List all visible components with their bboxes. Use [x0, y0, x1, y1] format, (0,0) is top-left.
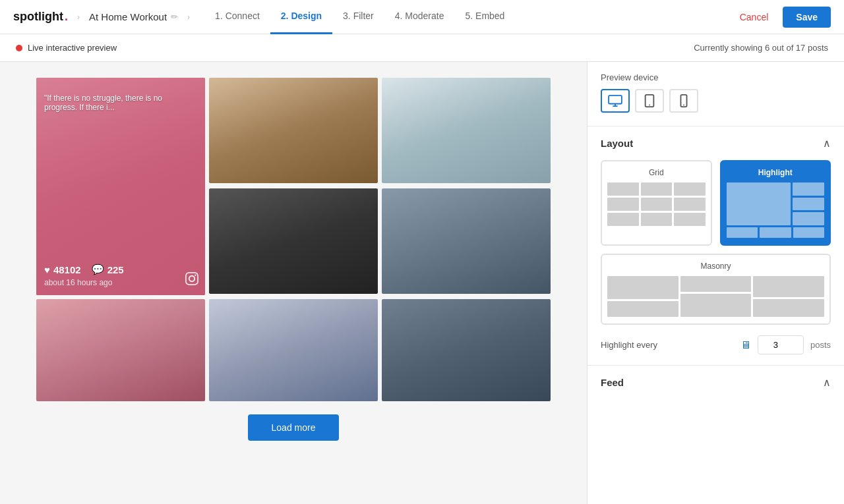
- masonry-label: Masonry: [607, 262, 824, 271]
- hero-time: about 16 hours ago: [44, 278, 197, 287]
- hero-overlay: "If there is no struggle, there is no pr…: [36, 78, 205, 295]
- highlight-bottom-cell: [727, 227, 758, 238]
- step-filter[interactable]: 3. Filter: [332, 0, 384, 34]
- masonry-cell: [753, 299, 824, 317]
- highlight-every-label: Highlight every: [601, 340, 734, 350]
- grid-cell: [674, 213, 706, 226]
- layout-title: Layout: [601, 138, 633, 149]
- post-count: Currently showing 6 out of 17 posts: [694, 43, 828, 53]
- masonry-preview: [607, 276, 824, 317]
- logo: spotlight.: [13, 10, 68, 24]
- breadcrumb-title: At Home Workout ✏: [89, 11, 178, 22]
- device-buttons: [601, 89, 831, 113]
- layout-section: Layout ∧ Grid: [588, 126, 844, 366]
- layout-grid-card[interactable]: Grid: [601, 160, 712, 246]
- photo-mid-right[interactable]: [382, 188, 551, 294]
- highlight-preview: [727, 182, 825, 225]
- heart-icon: ♥: [44, 264, 50, 275]
- comment-icon: 💬: [92, 264, 104, 275]
- svg-point-4: [683, 104, 684, 105]
- highlight-bottom-preview: [727, 227, 825, 238]
- step-design[interactable]: 2. Design: [270, 0, 332, 34]
- highlight-bottom-cell: [760, 227, 791, 238]
- highlight-every-unit: posts: [810, 340, 831, 350]
- hero-likes: ♥ 48102: [44, 264, 81, 275]
- layout-collapse-icon[interactable]: ∧: [823, 137, 831, 150]
- load-more-container: Load more: [16, 414, 571, 441]
- grid-label: Grid: [607, 168, 706, 177]
- grid-cell: [674, 182, 706, 196]
- photo-grid: "If there is no struggle, there is no pr…: [36, 78, 551, 401]
- device-tablet-button[interactable]: [635, 89, 664, 113]
- photo-bottom-right[interactable]: [382, 299, 551, 401]
- layout-highlight-card[interactable]: Highlight: [720, 160, 831, 246]
- photo-bottom-left[interactable]: [36, 299, 205, 401]
- breadcrumb-title-text: At Home Workout: [89, 11, 167, 22]
- preview-device-section: Preview device: [588, 62, 844, 126]
- edit-icon[interactable]: ✏: [171, 12, 178, 22]
- monitor-icon: 🖥: [740, 339, 751, 351]
- highlight-label: Highlight: [727, 168, 825, 177]
- masonry-cell: [680, 276, 752, 292]
- highlight-every-input[interactable]: [758, 335, 804, 354]
- grid-cell: [674, 198, 706, 211]
- preview-area: "If there is no struggle, there is no pr…: [0, 62, 587, 504]
- feed-section: Feed ∧: [588, 366, 844, 410]
- highlight-cell-big: [727, 182, 791, 225]
- main-layout: "If there is no struggle, there is no pr…: [0, 62, 844, 504]
- photo-mid-left[interactable]: [209, 188, 378, 294]
- device-desktop-button[interactable]: [601, 89, 630, 113]
- masonry-cell: [607, 276, 678, 299]
- device-mobile-button[interactable]: [669, 89, 698, 113]
- grid-cell: [641, 182, 673, 196]
- masonry-cell: [607, 301, 678, 317]
- photo-top-right[interactable]: [382, 78, 551, 183]
- load-more-button[interactable]: Load more: [248, 414, 340, 441]
- grid-cell: [607, 198, 639, 211]
- grid-cell: [641, 198, 673, 211]
- grid-cell: [641, 213, 673, 226]
- step-embed[interactable]: 5. Embed: [454, 0, 515, 34]
- grid-preview: [607, 182, 706, 226]
- preview-device-label: Preview device: [601, 72, 831, 82]
- step-connect[interactable]: 1. Connect: [204, 0, 270, 34]
- hero-comments: 💬 225: [92, 264, 124, 275]
- highlight-cell-sm2: [793, 198, 825, 211]
- step-moderate[interactable]: 4. Moderate: [384, 0, 455, 34]
- status-bar: Live interactive preview Currently showi…: [0, 34, 844, 62]
- layout-cards: Grid Highlight: [601, 160, 831, 325]
- grid-cell: [607, 213, 639, 226]
- sidebar: Preview device Layout ∧: [587, 62, 844, 504]
- photo-hero[interactable]: "If there is no struggle, there is no pr…: [36, 78, 205, 295]
- highlight-cell-sm3: [793, 212, 825, 225]
- highlight-bottom-cell: [793, 227, 825, 238]
- layout-section-header: Layout ∧: [601, 137, 831, 150]
- instagram-icon: [185, 272, 198, 289]
- layout-masonry-card[interactable]: Masonry: [601, 254, 831, 325]
- masonry-cell: [753, 276, 824, 297]
- svg-point-2: [649, 104, 650, 105]
- svg-rect-0: [609, 96, 622, 104]
- masonry-cell: [680, 294, 752, 317]
- live-dot: [16, 45, 22, 51]
- photo-bottom-mid[interactable]: [209, 299, 378, 401]
- cancel-button[interactable]: Cancel: [732, 7, 777, 28]
- live-label: Live interactive preview: [28, 43, 117, 53]
- logo-dot: .: [65, 10, 68, 24]
- feed-title: Feed: [601, 377, 624, 388]
- feed-section-header: Feed ∧: [601, 376, 831, 389]
- breadcrumb-chevron-1: ›: [77, 13, 80, 22]
- highlight-cell-sm1: [793, 182, 825, 196]
- nav-steps: 1. Connect 2. Design 3. Filter 4. Modera…: [204, 0, 515, 34]
- hero-quote: "If there is no struggle, there is no pr…: [44, 86, 197, 112]
- hero-stats: ♥ 48102 💬 225: [44, 264, 197, 275]
- highlight-every-row: Highlight every 🖥 posts: [601, 335, 831, 354]
- live-indicator: Live interactive preview: [16, 43, 117, 53]
- photo-top-mid[interactable]: [209, 78, 378, 183]
- top-nav: spotlight. › At Home Workout ✏ › 1. Conn…: [0, 0, 844, 34]
- feed-collapse-icon[interactable]: ∧: [823, 376, 831, 389]
- breadcrumb-chevron-2: ›: [187, 13, 190, 22]
- logo-text: spotlight: [13, 10, 63, 24]
- save-button[interactable]: Save: [783, 7, 831, 28]
- grid-cell: [607, 182, 639, 196]
